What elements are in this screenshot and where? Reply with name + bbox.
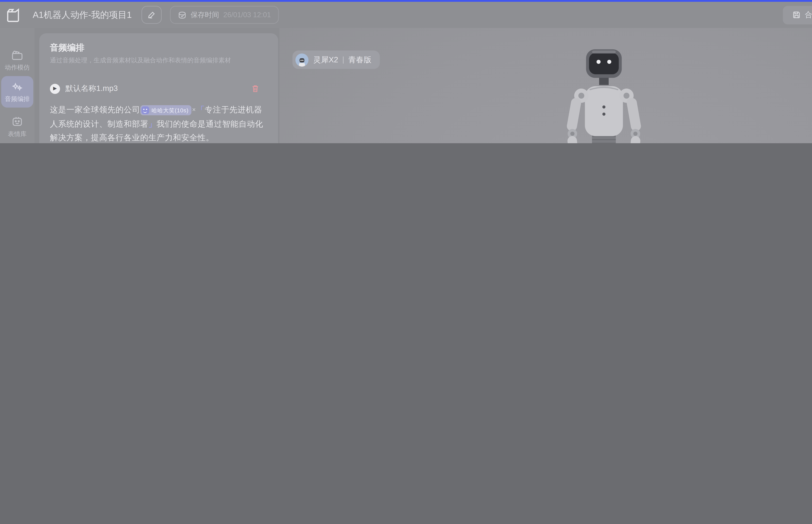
synthesize-save-button[interactable]: 合成并保存	[783, 6, 812, 24]
save-time-value: 26/01/03 12:01	[223, 11, 271, 19]
model-edition: 青春版	[348, 54, 371, 65]
panel-title: 音频编排	[50, 42, 84, 53]
expression-lib-icon	[11, 115, 24, 128]
delete-audio-icon[interactable]	[251, 84, 259, 93]
app-logo-icon	[5, 7, 21, 22]
top-accent-strip	[0, 0, 812, 2]
remove-tag-icon[interactable]: ×	[192, 106, 196, 113]
sidebar-label: 动作模仿	[5, 64, 30, 72]
chip-divider	[343, 56, 344, 63]
transcript-text: 这是一家全球领先的公司	[50, 105, 140, 114]
audio-file-row: ▶ 默认名称1.mp3	[50, 81, 259, 96]
sidebar-item-expression-lib[interactable]: 表情库	[1, 111, 33, 143]
robot-model	[545, 46, 663, 143]
panel-subtitle: 通过音频处理，生成音频素材以及融合动作和表情的音频编排素材	[50, 56, 264, 65]
model-name-chip: 灵犀X2 青春版	[292, 50, 380, 69]
expression-tag[interactable]: 哈哈大笑(10s)	[140, 105, 192, 115]
save-time-icon	[178, 11, 186, 19]
app-window: A1机器人动作-我的项目1 保存时间 26/01/03 12:01 合成并保存	[0, 0, 812, 143]
save-status: 保存时间 26/01/03 12:01	[170, 6, 279, 24]
audio-arrange-panel: 音频编排 通过音频处理，生成音频素材以及融合动作和表情的音频编排素材 ▶ 默认名…	[34, 28, 279, 143]
sidebar-item-motion-mimic[interactable]: 动作模仿	[1, 45, 33, 76]
synthesize-save-label: 合成并保存	[805, 10, 812, 20]
audio-arrange-icon	[11, 80, 24, 93]
transcript-editor[interactable]: 这是一家全球领先的公司哈哈大笑(10s)×「专注于先进机器人系统的设计、制造和部…	[50, 103, 270, 143]
sidebar: 动作模仿 音频编排 表情库 动作库 音频库	[0, 28, 34, 143]
sidebar-label: 音频编排	[5, 95, 30, 103]
motion-mimic-icon	[11, 49, 24, 62]
expression-tag-icon	[141, 107, 149, 114]
tag-bracket: 」	[148, 119, 157, 128]
sidebar-item-audio-arrange[interactable]: 音频编排	[1, 76, 33, 108]
sidebar-label: 表情库	[8, 130, 27, 138]
audio-file-name: 默认名称1.mp3	[65, 83, 118, 94]
model-name: 灵犀X2	[313, 54, 338, 65]
save-icon	[792, 11, 801, 19]
save-time-label: 保存时间	[191, 10, 219, 20]
model-avatar	[295, 53, 309, 66]
rename-project-button[interactable]	[141, 6, 161, 24]
top-bar: A1机器人动作-我的项目1 保存时间 26/01/03 12:01 合成并保存	[0, 2, 812, 28]
play-audio-button[interactable]: ▶	[50, 83, 60, 94]
viewport-3d[interactable]: 灵犀X2 青春版 Z X Y	[279, 28, 812, 143]
project-title: A1机器人动作-我的项目1	[33, 9, 132, 21]
tag-bracket: 「	[196, 105, 205, 114]
pencil-icon	[147, 11, 156, 19]
